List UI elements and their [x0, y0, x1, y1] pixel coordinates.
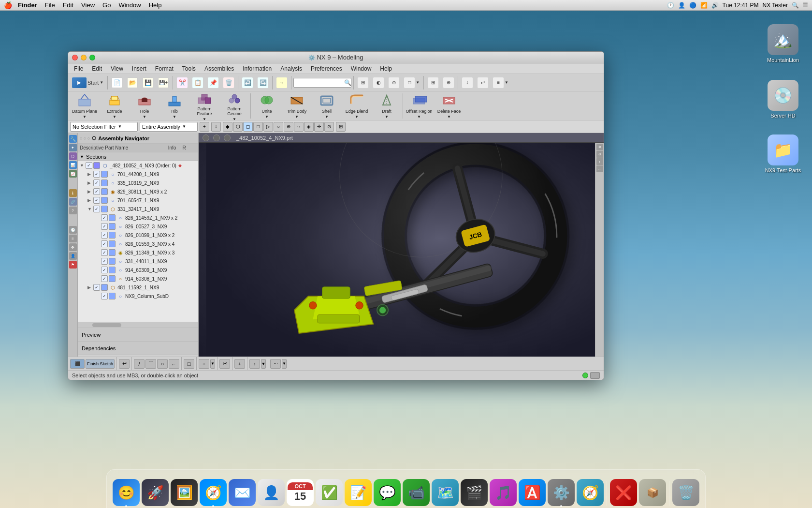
dock-maps[interactable]: 🗺️: [432, 479, 459, 506]
check-5[interactable]: ✓: [93, 206, 100, 212]
sidebar-icon-person[interactable]: 👤: [69, 252, 77, 260]
pattern-geome-button[interactable]: Pattern Geome ▼: [220, 92, 249, 120]
open-file-button[interactable]: 📂: [125, 76, 140, 89]
tree-row-2[interactable]: ▶ ✓ ○ 335_10319_2_NX9: [78, 179, 198, 187]
rect-tool-icon[interactable]: □: [184, 359, 194, 369]
help-menu[interactable]: Help: [149, 1, 162, 9]
hole-button[interactable]: Hole ▼: [130, 92, 159, 120]
circle-tool-icon[interactable]: ○: [157, 359, 168, 369]
sidebar-icon-0[interactable]: 🔧: [69, 135, 77, 143]
nx-help-menu[interactable]: Help: [376, 64, 396, 73]
tree-row-15[interactable]: ✓ ○ NX9_Column_SubD: [78, 292, 198, 300]
tree-row-10[interactable]: ✓ ◉ 826_11349_1_NX9 x 3: [78, 248, 198, 257]
dock-photos[interactable]: 🖼️: [171, 479, 198, 506]
dock-syspreferences[interactable]: ⚙️: [548, 479, 575, 506]
search-box[interactable]: 🔍: [293, 78, 351, 88]
sel-icon-5[interactable]: ▷: [263, 122, 273, 132]
vp-btn-2[interactable]: [213, 134, 220, 141]
check-6[interactable]: ✓: [101, 214, 108, 221]
desktop-icon-nx9parts[interactable]: 📁 NX9-Test-Parts: [764, 134, 802, 173]
tree-row-1[interactable]: ▶ ✓ ○ 701_44200_1_NX9: [78, 170, 198, 179]
edge-blend-button[interactable]: Edge Blend ▼: [342, 92, 371, 120]
datum-plane-button[interactable]: Datum Plane ▼: [70, 92, 99, 120]
sidebar-icon-3[interactable]: 📊: [69, 161, 77, 169]
sidebar-icon-1[interactable]: ✦: [69, 144, 77, 151]
draft-button[interactable]: Draft ▼: [372, 92, 401, 120]
finder-menu[interactable]: Finder: [18, 1, 37, 9]
dependencies-panel-header[interactable]: Dependencies: [78, 342, 198, 355]
offset-dropdown[interactable]: ▼: [210, 359, 215, 369]
view-fit-button[interactable]: ⊞: [426, 76, 440, 89]
saveas-button[interactable]: 💾+: [156, 76, 171, 89]
unite-button[interactable]: Unite ▼: [252, 92, 281, 120]
dock-tar[interactable]: 📦: [639, 479, 666, 506]
view-right-icon-2[interactable]: ⊖: [596, 151, 603, 158]
new-file-button[interactable]: 📄: [110, 76, 124, 89]
dock-messages[interactable]: 💬: [374, 479, 401, 506]
file-menu[interactable]: File: [45, 1, 55, 9]
tree-row-6[interactable]: ✓ ○ 826_11459Z_1_NX9 x 2: [78, 213, 198, 222]
trim-tool-icon[interactable]: ✂: [219, 359, 230, 369]
tree-row-3[interactable]: ▶ ✓ ◉ 829_30811_1_NX9 x 2: [78, 187, 198, 196]
dock-itunes[interactable]: 🎵: [490, 479, 517, 506]
corner-tool-icon[interactable]: ⌐: [169, 359, 179, 369]
nx-insert-menu[interactable]: Insert: [128, 64, 150, 73]
search-icon[interactable]: 🔍: [344, 79, 351, 86]
check-11[interactable]: ✓: [101, 258, 108, 265]
view-orient-button[interactable]: ⊙: [387, 76, 401, 89]
tree-row-13[interactable]: ✓ ○ 914_60308_1_NX9: [78, 274, 198, 283]
nx-file-menu[interactable]: File: [70, 64, 87, 73]
nx-preferences-menu[interactable]: Preferences: [307, 64, 346, 73]
add-to-selection-icon[interactable]: +: [200, 122, 209, 132]
go-menu[interactable]: Go: [102, 1, 111, 9]
line-tool-icon[interactable]: /: [134, 359, 145, 369]
tree-row-9[interactable]: ✓ ○ 826_01559_3_NX9 x 4: [78, 239, 198, 248]
check-4[interactable]: ✓: [93, 197, 100, 204]
paste-button[interactable]: 📌: [206, 76, 220, 89]
dock-safari[interactable]: 🧭: [200, 479, 227, 506]
nx-analysis-menu[interactable]: Analysis: [276, 64, 306, 73]
undo-tool-icon[interactable]: ↩: [119, 359, 130, 369]
finish-sketch-button[interactable]: Finish Sketch: [86, 359, 115, 369]
sidebar-icon-4[interactable]: 📈: [69, 170, 77, 178]
arc-tool-icon[interactable]: ⌒: [145, 359, 156, 369]
scroll-thumb[interactable]: [92, 323, 121, 327]
view-shading-button[interactable]: ◐: [371, 76, 386, 89]
dock-dvd[interactable]: 🎬: [461, 479, 488, 506]
tree-row-12[interactable]: ✓ ○ 914_60309_1_NX9: [78, 266, 198, 274]
more-dropdown[interactable]: ▼: [282, 359, 287, 369]
tree-row-8[interactable]: ✓ ○ 826_01099_1_NX9 x 2: [78, 231, 198, 239]
shell-button[interactable]: Shell ▼: [312, 92, 341, 120]
check-1[interactable]: ✓: [93, 171, 100, 178]
check-12[interactable]: ✓: [101, 267, 108, 273]
vp-btn-3[interactable]: [224, 134, 231, 141]
dock-reminders[interactable]: ✅: [316, 479, 343, 506]
tree-content[interactable]: ▼ ✓ ⬡ _482_10052_4_NX9 (Order: 0) ◆ ▶ ✓ …: [78, 161, 198, 322]
dock-nx-cross[interactable]: ❌: [610, 479, 637, 506]
desktop-icon-server[interactable]: 💿 Server HD: [764, 80, 802, 119]
select-feature-icon[interactable]: ◆: [223, 122, 232, 132]
undo-button[interactable]: ↩️: [240, 76, 255, 89]
pattern-feature-button[interactable]: Pattern Feature ▼: [190, 92, 219, 120]
tree-row-5[interactable]: ▼ ✓ ⬡ 331_32417_1_NX9: [78, 205, 198, 213]
view-right-icon-4[interactable]: ↔: [596, 165, 603, 172]
tree-hscroll[interactable]: [78, 322, 198, 328]
sidebar-icon-link[interactable]: 🔗: [69, 198, 77, 206]
view-zoom-button[interactable]: ⊕: [441, 76, 456, 89]
check-root[interactable]: ✓: [86, 162, 92, 169]
view-right-icon-1[interactable]: ⊕: [596, 144, 603, 150]
delete-face-button[interactable]: Delete Face ▼: [435, 92, 464, 120]
selection-settings-icon[interactable]: ⊞: [336, 122, 346, 132]
rapid-dim-icon[interactable]: ↕: [249, 359, 260, 369]
search-icon[interactable]: 🔍: [792, 2, 799, 9]
rib-button[interactable]: Rib ▼: [160, 92, 189, 120]
preview-panel-header[interactable]: Preview: [78, 328, 198, 342]
sel-icon-6[interactable]: ○: [274, 122, 283, 132]
check-3[interactable]: ✓: [93, 188, 100, 195]
tree-row-7[interactable]: ✓ ○ 826_00527_3_NX9: [78, 222, 198, 231]
dock-calendar[interactable]: OCT 15: [287, 479, 314, 506]
dock-launchpad[interactable]: 🚀: [142, 479, 169, 506]
check-9[interactable]: ✓: [101, 240, 108, 247]
edit-menu[interactable]: Edit: [63, 1, 73, 9]
select-body-icon[interactable]: □: [253, 122, 263, 132]
